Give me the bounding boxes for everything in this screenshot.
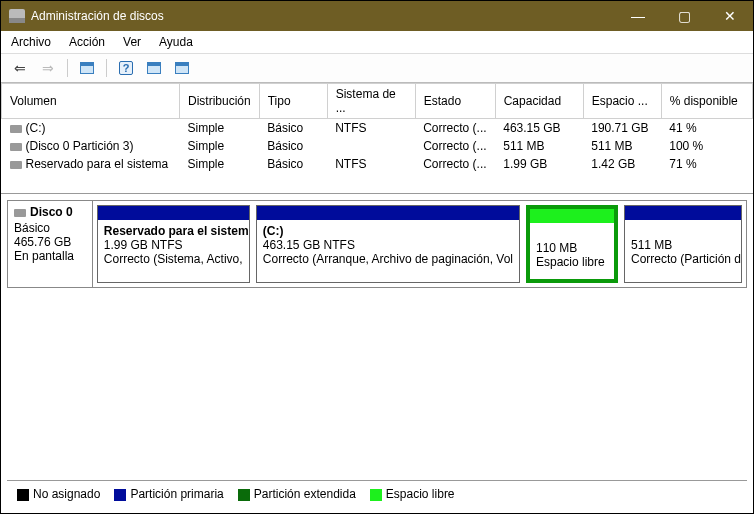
help-button[interactable]: ? — [115, 58, 137, 78]
legend: No asignado Partición primaria Partición… — [7, 480, 747, 507]
partition-header — [98, 206, 249, 220]
view-icon[interactable] — [76, 58, 98, 78]
window: Administración de discos — ▢ ✕ Archivo A… — [0, 0, 754, 514]
col-distribucion[interactable]: Distribución — [180, 84, 260, 119]
col-volumen[interactable]: Volumen — [2, 84, 180, 119]
titlebar[interactable]: Administración de discos — ▢ ✕ — [1, 1, 753, 31]
legend-swatch-unassigned — [17, 489, 29, 501]
volume-table: Volumen Distribución Tipo Sistema de ...… — [1, 83, 753, 173]
volume-icon — [10, 125, 22, 133]
disk-row[interactable]: Disco 0 Básico 465.76 GB En pantalla Res… — [7, 200, 747, 288]
menu-ver[interactable]: Ver — [123, 35, 141, 49]
disk-status: En pantalla — [14, 249, 86, 263]
col-capacidad[interactable]: Capacidad — [495, 84, 583, 119]
forward-button[interactable]: ⇒ — [37, 58, 59, 78]
table-header[interactable]: Volumen Distribución Tipo Sistema de ...… — [2, 84, 753, 119]
col-sistema[interactable]: Sistema de ... — [327, 84, 415, 119]
partition-reserved[interactable]: Reservado para el sistem 1.99 GB NTFS Co… — [97, 205, 250, 283]
col-estado[interactable]: Estado — [415, 84, 495, 119]
disk-mgmt-icon — [9, 9, 25, 23]
partition-3[interactable]: 511 MB Correcto (Partición de — [624, 205, 742, 283]
layout-icon-1[interactable] — [143, 58, 165, 78]
toolbar: ⇐ ⇒ ? — [1, 54, 753, 83]
disk-graphical-view: Disco 0 Básico 465.76 GB En pantalla Res… — [1, 193, 753, 513]
close-button[interactable]: ✕ — [707, 1, 753, 31]
partition-c[interactable]: (C:) 463.15 GB NTFS Correcto (Arranque, … — [256, 205, 520, 283]
col-porcentaje[interactable]: % disponible — [661, 84, 752, 119]
legend-swatch-free — [370, 489, 382, 501]
menu-accion[interactable]: Acción — [69, 35, 105, 49]
disk-icon — [14, 209, 26, 217]
window-title: Administración de discos — [31, 9, 615, 23]
col-tipo[interactable]: Tipo — [259, 84, 327, 119]
disk-info[interactable]: Disco 0 Básico 465.76 GB En pantalla — [8, 201, 93, 287]
disk-size: 465.76 GB — [14, 235, 86, 249]
legend-swatch-primary — [114, 489, 126, 501]
menubar: Archivo Acción Ver Ayuda — [1, 31, 753, 54]
table-row[interactable]: (Disco 0 Partición 3)SimpleBásicoCorrect… — [2, 137, 753, 155]
minimize-button[interactable]: — — [615, 1, 661, 31]
legend-swatch-extended — [238, 489, 250, 501]
maximize-button[interactable]: ▢ — [661, 1, 707, 31]
menu-archivo[interactable]: Archivo — [11, 35, 51, 49]
volume-icon — [10, 143, 22, 151]
col-espacio[interactable]: Espacio ... — [583, 84, 661, 119]
partition-header — [625, 206, 741, 220]
volume-icon — [10, 161, 22, 169]
menu-ayuda[interactable]: Ayuda — [159, 35, 193, 49]
partition-freespace-selected[interactable]: 110 MB Espacio libre — [526, 205, 618, 283]
disk-type: Básico — [14, 221, 86, 235]
table-row[interactable]: (C:)SimpleBásicoNTFSCorrecto (...463.15 … — [2, 119, 753, 138]
partition-header — [257, 206, 519, 220]
layout-icon-2[interactable] — [171, 58, 193, 78]
back-button[interactable]: ⇐ — [9, 58, 31, 78]
partition-header — [530, 209, 614, 223]
table-row[interactable]: Reservado para el sistemaSimpleBásicoNTF… — [2, 155, 753, 173]
